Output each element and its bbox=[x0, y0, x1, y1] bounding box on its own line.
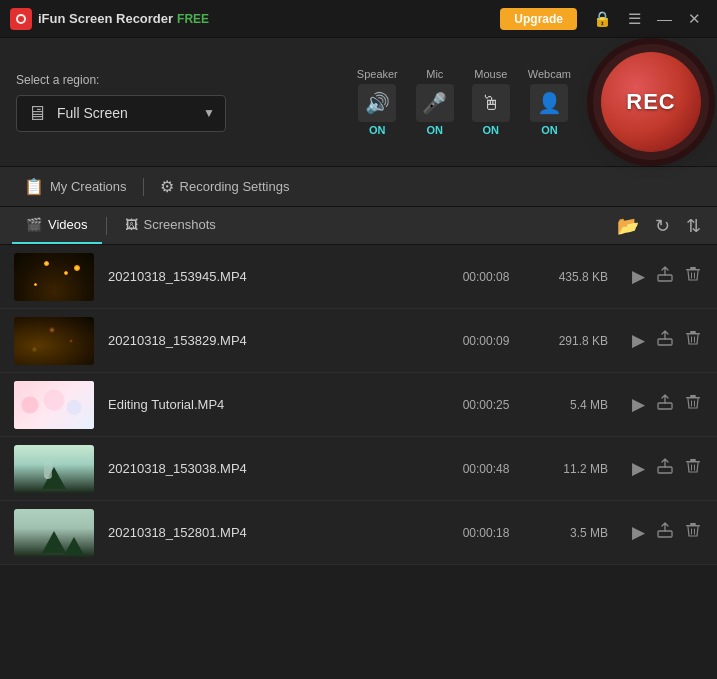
table-row: 20210318_153829.MP4 00:00:09 291.8 KB ▶ bbox=[0, 309, 717, 373]
file-duration: 00:00:25 bbox=[450, 398, 522, 412]
title-bar: iFun Screen Recorder FREE Upgrade 🔒 ☰ — … bbox=[0, 0, 717, 38]
file-actions: ▶ bbox=[630, 520, 703, 545]
svg-rect-4 bbox=[686, 269, 700, 271]
file-actions: ▶ bbox=[630, 264, 703, 289]
delete-button[interactable] bbox=[683, 520, 703, 545]
svg-rect-15 bbox=[690, 395, 696, 397]
delete-button[interactable] bbox=[683, 264, 703, 289]
delete-button[interactable] bbox=[683, 328, 703, 353]
media-control-speaker: Speaker 🔊 ON bbox=[357, 68, 398, 136]
table-row: 20210318_153945.MP4 00:00:08 435.8 KB ▶ bbox=[0, 245, 717, 309]
media-controls: Speaker 🔊 ON Mic 🎤 ON Mouse 🖱 ON Webcam … bbox=[357, 68, 571, 136]
svg-rect-18 bbox=[658, 467, 672, 473]
delete-button[interactable] bbox=[683, 456, 703, 481]
delete-button[interactable] bbox=[683, 392, 703, 417]
file-name: 20210318_153945.MP4 bbox=[108, 269, 436, 284]
webcam-button[interactable]: 👤 ON bbox=[530, 84, 568, 136]
app-title: iFun Screen Recorder bbox=[38, 11, 173, 26]
file-name: 20210318_152801.MP4 bbox=[108, 525, 436, 540]
delete-icon bbox=[685, 458, 701, 474]
speaker-icon: 🔊 bbox=[358, 84, 396, 122]
export-icon bbox=[657, 266, 673, 282]
file-duration: 00:00:18 bbox=[450, 526, 522, 540]
my-creations-label: My Creations bbox=[50, 179, 127, 194]
content-tabs: 🎬 Videos 🖼 Screenshots 📂 ↻ ⇅ bbox=[0, 207, 717, 245]
videos-tab-label: Videos bbox=[48, 217, 88, 232]
mouse-button[interactable]: 🖱 ON bbox=[472, 84, 510, 136]
svg-rect-8 bbox=[658, 339, 672, 345]
recording-settings-nav[interactable]: ⚙ Recording Settings bbox=[150, 167, 300, 206]
settings-icon: ⚙ bbox=[160, 177, 174, 196]
svg-rect-9 bbox=[686, 333, 700, 335]
mic-icon: 🎤 bbox=[416, 84, 454, 122]
table-row: 20210318_152801.MP4 00:00:18 3.5 MB ▶ bbox=[0, 501, 717, 565]
export-button[interactable] bbox=[655, 328, 675, 353]
export-icon bbox=[657, 522, 673, 538]
upgrade-button[interactable]: Upgrade bbox=[500, 8, 577, 30]
play-button[interactable]: ▶ bbox=[630, 264, 647, 289]
region-text: Full Screen bbox=[57, 105, 203, 121]
tab-screenshots[interactable]: 🖼 Screenshots bbox=[111, 207, 230, 244]
export-button[interactable] bbox=[655, 392, 675, 417]
svg-rect-10 bbox=[690, 331, 696, 333]
open-folder-button[interactable]: 📂 bbox=[613, 213, 643, 239]
file-duration: 00:00:09 bbox=[450, 334, 522, 348]
play-button[interactable]: ▶ bbox=[630, 520, 647, 545]
media-control-mouse: Mouse 🖱 ON bbox=[472, 68, 510, 136]
play-button[interactable]: ▶ bbox=[630, 456, 647, 481]
speaker-button[interactable]: 🔊 ON bbox=[358, 84, 396, 136]
my-creations-nav[interactable]: 📋 My Creations bbox=[14, 167, 137, 206]
mic-button[interactable]: 🎤 ON bbox=[416, 84, 454, 136]
svg-rect-3 bbox=[658, 275, 672, 281]
file-duration: 00:00:08 bbox=[450, 270, 522, 284]
delete-icon bbox=[685, 266, 701, 282]
control-area: Select a region: 🖥 Full Screen ▼ Speaker… bbox=[0, 38, 717, 167]
file-thumbnail bbox=[14, 509, 94, 557]
file-actions: ▶ bbox=[630, 456, 703, 481]
svg-rect-20 bbox=[690, 459, 696, 461]
svg-rect-23 bbox=[658, 531, 672, 537]
monitor-icon: 🖥 bbox=[27, 102, 47, 125]
export-button[interactable] bbox=[655, 520, 675, 545]
rec-button[interactable]: REC bbox=[601, 52, 701, 152]
mic-status: ON bbox=[427, 124, 444, 136]
delete-icon bbox=[685, 330, 701, 346]
table-row: Editing Tutorial.MP4 00:00:25 5.4 MB ▶ bbox=[0, 373, 717, 437]
webcam-status: ON bbox=[541, 124, 558, 136]
play-button[interactable]: ▶ bbox=[630, 328, 647, 353]
refresh-button[interactable]: ↻ bbox=[651, 213, 674, 239]
menu-button[interactable]: ☰ bbox=[622, 8, 647, 30]
close-button[interactable]: ✕ bbox=[682, 8, 707, 30]
delete-icon bbox=[685, 522, 701, 538]
file-thumbnail bbox=[14, 317, 94, 365]
file-actions: ▶ bbox=[630, 392, 703, 417]
file-name: 20210318_153038.MP4 bbox=[108, 461, 436, 476]
table-row: 20210318_153038.MP4 00:00:48 11.2 MB ▶ bbox=[0, 437, 717, 501]
svg-rect-25 bbox=[690, 523, 696, 525]
nav-bar: 📋 My Creations ⚙ Recording Settings bbox=[0, 167, 717, 207]
export-button[interactable] bbox=[655, 264, 675, 289]
mic-label: Mic bbox=[426, 68, 443, 80]
title-bar-controls: Upgrade 🔒 ☰ — ✕ bbox=[500, 8, 707, 30]
export-icon bbox=[657, 394, 673, 410]
svg-rect-5 bbox=[690, 267, 696, 269]
file-size: 3.5 MB bbox=[536, 526, 608, 540]
play-button[interactable]: ▶ bbox=[630, 392, 647, 417]
export-button[interactable] bbox=[655, 456, 675, 481]
sort-button[interactable]: ⇅ bbox=[682, 213, 705, 239]
svg-rect-13 bbox=[658, 403, 672, 409]
file-size: 5.4 MB bbox=[536, 398, 608, 412]
svg-rect-14 bbox=[686, 397, 700, 399]
lock-button[interactable]: 🔒 bbox=[587, 8, 618, 30]
export-icon bbox=[657, 458, 673, 474]
region-selector[interactable]: 🖥 Full Screen ▼ bbox=[16, 95, 226, 132]
speaker-label: Speaker bbox=[357, 68, 398, 80]
file-duration: 00:00:48 bbox=[450, 462, 522, 476]
app-free-label: FREE bbox=[177, 12, 209, 26]
svg-rect-19 bbox=[686, 461, 700, 463]
minimize-button[interactable]: — bbox=[651, 8, 678, 29]
webcam-label: Webcam bbox=[528, 68, 571, 80]
export-icon bbox=[657, 330, 673, 346]
file-thumbnail bbox=[14, 381, 94, 429]
tab-videos[interactable]: 🎬 Videos bbox=[12, 207, 102, 244]
